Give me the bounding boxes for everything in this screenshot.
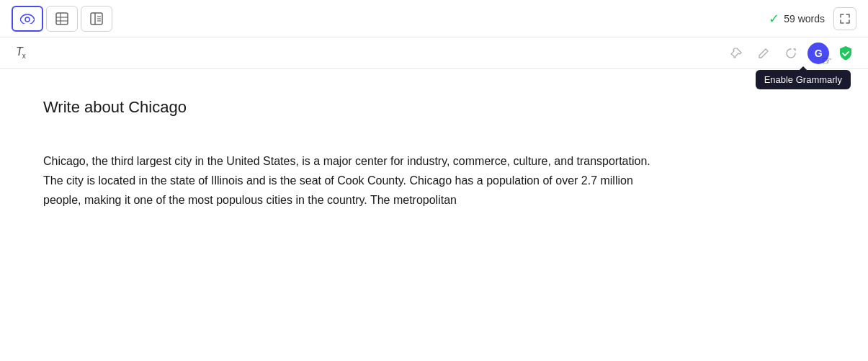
svg-point-0 <box>25 17 30 22</box>
reset-icon <box>785 48 797 59</box>
document-body: Chicago, the third largest city in the U… <box>43 151 663 210</box>
pin-icon <box>730 48 742 59</box>
top-toolbar: ✓ 59 words <box>0 0 868 37</box>
edit-button[interactable] <box>753 43 774 63</box>
table-view-button[interactable] <box>46 6 78 32</box>
pin-button[interactable] <box>725 43 747 63</box>
eye-icon <box>20 14 35 24</box>
grammarly-tooltip: Enable Grammarly <box>756 70 851 89</box>
word-count: ✓ 59 words <box>769 11 825 27</box>
tx-label: Tx <box>16 45 25 60</box>
document-paragraph: Chicago, the third largest city in the U… <box>43 151 663 210</box>
edit-icon <box>758 48 769 59</box>
shield-check-icon <box>838 45 853 61</box>
check-icon: ✓ <box>769 11 779 27</box>
grammarly-label: G <box>815 48 822 59</box>
document-title: Write about Chicago <box>43 98 825 117</box>
expand-icon <box>840 14 850 24</box>
format-toolbar: Tx G Enable Gra <box>0 37 868 69</box>
expand-button[interactable] <box>833 7 856 30</box>
svg-rect-1 <box>56 13 68 24</box>
sidebar-view-button[interactable] <box>81 6 112 32</box>
table-icon <box>55 12 68 25</box>
reset-button[interactable] <box>780 43 802 63</box>
clear-format-button[interactable]: Tx <box>12 44 30 61</box>
grammarly-button[interactable]: G <box>807 43 829 64</box>
format-left: Tx <box>12 44 30 61</box>
view-buttons <box>12 6 112 32</box>
tooltip-text: Enable Grammarly <box>764 74 842 85</box>
grammarly-shield-button[interactable] <box>835 43 856 64</box>
top-right-area: ✓ 59 words <box>769 7 856 30</box>
sidebar-icon <box>90 12 103 25</box>
grammarly-button-container: G Enable Grammarly <box>807 43 829 64</box>
content-area[interactable]: Write about Chicago Chicago, the third l… <box>0 69 868 361</box>
format-right: G Enable Grammarly <box>725 43 856 64</box>
preview-button[interactable] <box>12 6 43 32</box>
word-count-label: 59 words <box>784 13 825 24</box>
